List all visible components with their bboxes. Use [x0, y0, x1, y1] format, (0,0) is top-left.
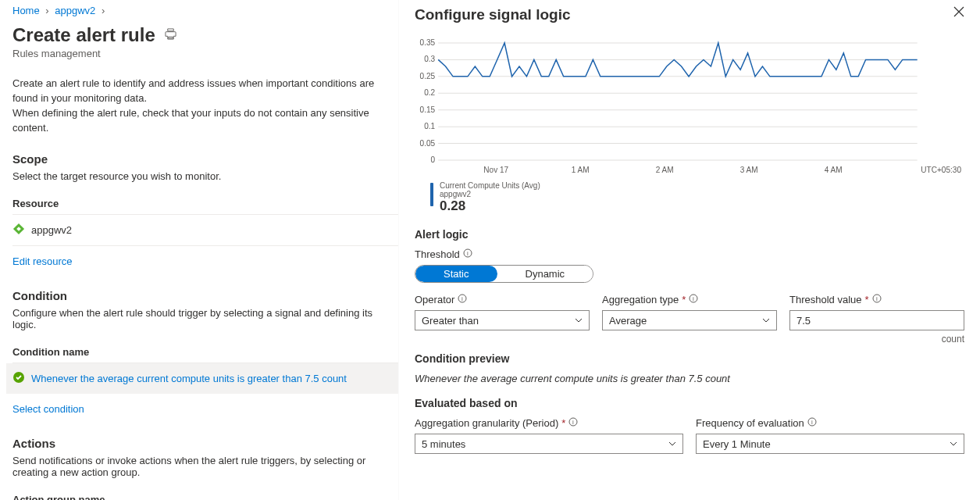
app-gateway-icon	[12, 223, 25, 238]
threshold-toggle[interactable]: Static Dynamic	[415, 265, 593, 283]
intro-text: Create an alert rule to identify and add…	[12, 77, 398, 135]
actions-desc: Send notifications or invoke actions whe…	[12, 455, 398, 478]
condition-item-link[interactable]: Whenever the average current compute uni…	[31, 373, 347, 384]
operator-label: Operator i	[415, 294, 590, 305]
print-icon[interactable]	[165, 28, 176, 42]
threshold-label: Threshold i	[415, 248, 964, 260]
check-circle-icon	[12, 371, 25, 386]
svg-text:i: i	[467, 250, 469, 257]
legend-resource-name: appgwv2	[440, 190, 540, 198]
svg-text:0.1: 0.1	[424, 122, 435, 130]
frequency-label: Frequency of evaluation i	[696, 417, 964, 429]
info-icon[interactable]: i	[872, 294, 882, 305]
condition-heading: Condition	[12, 289, 398, 302]
frequency-select[interactable]: Every 1 Minute	[696, 434, 964, 454]
legend-value: 0.28	[440, 198, 540, 214]
chevron-down-icon	[762, 315, 770, 327]
main-content: Home › appgwv2 › Create alert rule Rules…	[0, 0, 398, 500]
svg-text:0.05: 0.05	[420, 139, 436, 148]
chevron-down-icon	[950, 438, 957, 450]
breadcrumb-resource[interactable]: appgwv2	[55, 5, 95, 16]
svg-text:Nov 17: Nov 17	[483, 166, 508, 174]
info-icon[interactable]: i	[807, 417, 817, 429]
svg-text:i: i	[876, 295, 878, 302]
svg-text:3 AM: 3 AM	[740, 166, 758, 174]
panel-title: Configure signal logic	[415, 6, 571, 23]
configure-signal-panel: Configure signal logic 00.050.10.150.20.…	[398, 0, 980, 500]
aggregation-type-label: Aggregation type* i	[602, 294, 777, 305]
condition-preview-heading: Condition preview	[415, 352, 964, 365]
svg-text:i: i	[693, 295, 694, 302]
scope-heading: Scope	[12, 152, 398, 166]
breadcrumb-sep: ›	[102, 5, 105, 16]
info-icon[interactable]: i	[568, 417, 578, 429]
scope-col-header: Resource	[12, 193, 398, 215]
svg-text:0.3: 0.3	[424, 55, 435, 63]
threshold-value-input[interactable]: 7.5	[789, 310, 964, 330]
page-subtitle: Rules management	[12, 48, 398, 59]
granularity-label: Aggregation granularity (Period)* i	[415, 417, 683, 429]
chart-legend: Current Compute Units (Avg) appgwv2 0.28	[430, 181, 964, 214]
resource-row: appgwv2	[12, 215, 398, 246]
condition-col-header: Condition name	[12, 341, 398, 363]
close-icon[interactable]	[953, 6, 964, 20]
legend-color-bar	[430, 183, 433, 206]
svg-text:i: i	[572, 419, 574, 426]
alert-logic-heading: Alert logic	[415, 228, 964, 241]
chevron-down-icon	[575, 315, 583, 327]
page-title: Create alert rule	[12, 24, 155, 46]
svg-text:0.2: 0.2	[424, 88, 435, 97]
svg-text:UTC+05:30: UTC+05:30	[921, 166, 961, 174]
breadcrumb: Home › appgwv2 ›	[12, 5, 398, 16]
info-icon[interactable]: i	[463, 248, 472, 260]
threshold-value-label: Threshold value* i	[789, 294, 964, 305]
condition-preview-text: Whenever the average current compute uni…	[415, 373, 964, 384]
svg-text:0.15: 0.15	[420, 105, 436, 114]
svg-text:2 AM: 2 AM	[656, 166, 674, 174]
granularity-select[interactable]: 5 minutes	[415, 434, 683, 454]
condition-row[interactable]: Whenever the average current compute uni…	[6, 363, 398, 394]
info-icon[interactable]: i	[689, 294, 698, 305]
metric-chart: 00.050.10.150.20.250.30.35Nov 171 AM2 AM…	[415, 39, 964, 178]
actions-col-header: Action group name	[12, 489, 398, 500]
edit-resource-link[interactable]: Edit resource	[12, 255, 73, 267]
threshold-static-option[interactable]: Static	[415, 266, 497, 282]
actions-heading: Actions	[12, 437, 398, 450]
legend-series-name: Current Compute Units (Avg)	[440, 181, 540, 190]
info-icon[interactable]: i	[458, 294, 467, 305]
svg-text:i: i	[461, 295, 463, 302]
svg-text:4 AM: 4 AM	[825, 166, 843, 174]
resource-name: appgwv2	[31, 224, 72, 236]
breadcrumb-sep: ›	[45, 5, 48, 16]
aggregation-type-select[interactable]: Average	[602, 310, 777, 330]
threshold-dynamic-option[interactable]: Dynamic	[497, 266, 593, 282]
operator-select[interactable]: Greater than	[415, 310, 590, 330]
svg-text:1 AM: 1 AM	[572, 166, 590, 174]
threshold-unit: count	[789, 334, 964, 345]
select-condition-link[interactable]: Select condition	[12, 403, 84, 415]
evaluated-based-on-heading: Evaluated based on	[415, 397, 964, 409]
chevron-down-icon	[668, 438, 676, 450]
svg-text:0: 0	[431, 155, 436, 164]
svg-text:i: i	[811, 419, 813, 426]
breadcrumb-home[interactable]: Home	[12, 5, 40, 16]
svg-text:0.35: 0.35	[420, 39, 436, 47]
scope-desc: Select the target resource you wish to m…	[12, 170, 398, 182]
svg-text:0.25: 0.25	[420, 72, 436, 80]
condition-desc: Configure when the alert rule should tri…	[12, 307, 398, 330]
